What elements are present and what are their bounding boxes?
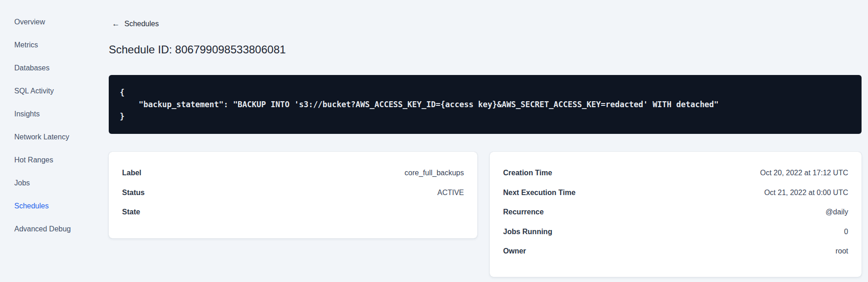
schedule-details-card: Creation Time Oct 20, 2022 at 17:12 UTC … bbox=[490, 152, 862, 277]
details-row-next-execution-time: Next Execution Time Oct 21, 2022 at 0:00… bbox=[503, 183, 848, 203]
details-row-owner: Owner root bbox=[503, 242, 848, 261]
row-value: 0 bbox=[844, 228, 848, 236]
back-to-schedules-link[interactable]: ← Schedules bbox=[112, 19, 159, 29]
row-label: Next Execution Time bbox=[503, 189, 575, 197]
sidebar-item-advanced-debug[interactable]: Advanced Debug bbox=[0, 218, 109, 241]
sidebar-item-network-latency[interactable]: Network Latency bbox=[0, 126, 109, 149]
back-arrow-icon[interactable]: ← bbox=[112, 19, 120, 29]
row-label: Recurrence bbox=[503, 208, 544, 216]
details-row-recurrence: Recurrence @daily bbox=[503, 202, 848, 222]
row-label: Label bbox=[122, 169, 141, 177]
sidebar-item-databases[interactable]: Databases bbox=[0, 57, 109, 80]
schedule-row-state: State bbox=[122, 202, 464, 222]
details-row-creation-time: Creation Time Oct 20, 2022 at 17:12 UTC bbox=[503, 163, 848, 183]
page-title: Schedule ID: 806799098533806081 bbox=[109, 42, 862, 57]
schedule-detail-page: ← Schedules Schedule ID: 806799098533806… bbox=[109, 0, 862, 277]
row-value: root bbox=[835, 247, 848, 255]
schedule-row-status: Status ACTIVE bbox=[122, 183, 464, 203]
schedule-row-label: Label core_full_backups bbox=[122, 163, 464, 183]
sidebar-item-metrics[interactable]: Metrics bbox=[0, 34, 109, 57]
backup-statement-code: { "backup_statement": "BACKUP INTO 's3:/… bbox=[120, 86, 850, 122]
sidebar-item-sql-activity[interactable]: SQL Activity bbox=[0, 80, 109, 103]
sidebar-item-hot-ranges[interactable]: Hot Ranges bbox=[0, 149, 109, 172]
sidebar-item-schedules[interactable]: Schedules bbox=[0, 195, 109, 218]
sidebar: Overview Metrics Databases SQL Activity … bbox=[0, 11, 109, 241]
row-value: ACTIVE bbox=[437, 189, 464, 197]
row-value: Oct 20, 2022 at 17:12 UTC bbox=[760, 169, 848, 177]
detail-cards: Label core_full_backups Status ACTIVE St… bbox=[109, 152, 862, 277]
row-value: Oct 21, 2022 at 0:00 UTC bbox=[764, 189, 848, 197]
sidebar-item-jobs[interactable]: Jobs bbox=[0, 172, 109, 195]
sidebar-item-overview[interactable]: Overview bbox=[0, 11, 109, 34]
row-label: Owner bbox=[503, 247, 526, 255]
sidebar-item-insights[interactable]: Insights bbox=[0, 103, 109, 126]
row-label: State bbox=[122, 208, 140, 216]
back-link-label[interactable]: Schedules bbox=[124, 19, 159, 29]
schedule-summary-card: Label core_full_backups Status ACTIVE St… bbox=[109, 152, 477, 238]
row-value: @daily bbox=[826, 208, 848, 216]
backup-statement-code-block: { "backup_statement": "BACKUP INTO 's3:/… bbox=[109, 75, 862, 134]
details-row-jobs-running: Jobs Running 0 bbox=[503, 222, 848, 242]
row-label: Creation Time bbox=[503, 169, 552, 177]
row-label: Status bbox=[122, 189, 145, 197]
row-value: core_full_backups bbox=[405, 169, 464, 177]
row-label: Jobs Running bbox=[503, 228, 552, 236]
